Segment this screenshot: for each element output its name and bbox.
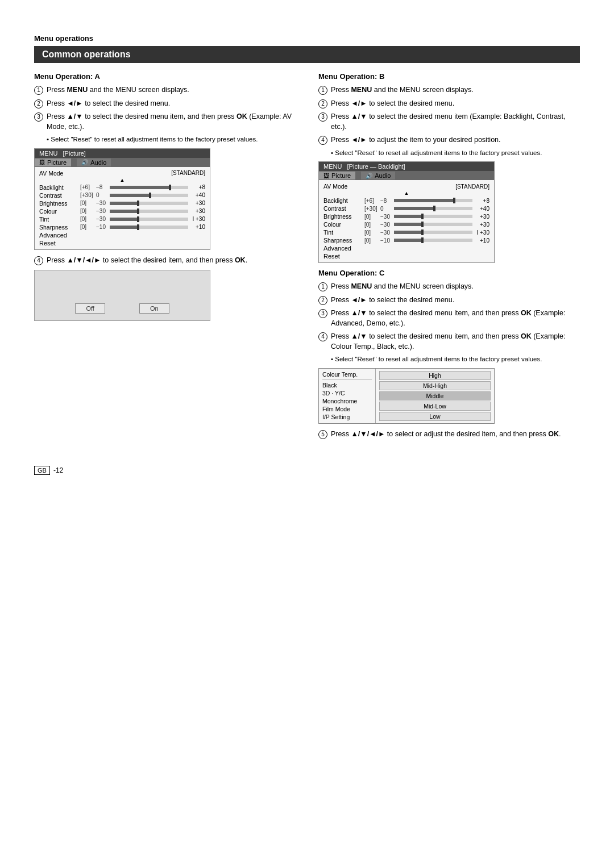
step-text-c2: Press ◄/► to select the desired menu.: [331, 295, 580, 306]
menu-b-row-backlight: Backlight [+6] −8 +8: [323, 197, 489, 205]
menu-a-row-reset: Reset: [39, 239, 205, 247]
step-a-3: 3 Press ▲/▼ to select the desired menu i…: [34, 112, 296, 132]
menu-b-row-contrast: Contrast [+30] 0 +40: [323, 205, 489, 212]
menu-op-a-steps: 1 Press MENU and the MENU screen display…: [34, 85, 296, 132]
offon-box: Off On: [34, 270, 210, 321]
step-num-b3: 3: [318, 112, 327, 122]
step-text-b3: Press ▲/▼ to select the desired menu ite…: [331, 112, 580, 132]
step-text-c3: Press ▲/▼ to select the desired menu ite…: [331, 308, 580, 328]
right-column: Menu Operation: B 1 Press MENU and the M…: [318, 72, 580, 443]
menu-a-screenshot: MENU [Picture] 🖼 Picture 🔊 Audio AV Mode…: [34, 148, 210, 250]
menu-b-title: MENU [Picture — Backlight]: [323, 163, 405, 170]
menu-b-tab-audio: 🔊 Audio: [361, 172, 395, 180]
step-a-1: 1 Press MENU and the MENU screen display…: [34, 85, 296, 95]
colour-item-mono: Monochrome: [322, 397, 372, 405]
common-ops-title: Common operations: [34, 46, 580, 63]
step-text-b1: Press MENU and the MENU screen displays.: [331, 85, 580, 95]
menu-a-row-tint: Tint [0] −30 I +30: [39, 215, 205, 223]
menu-a-row-colour: Colour [0] −30 +30: [39, 207, 205, 215]
menu-a-tab-picture: 🖼 Picture: [35, 158, 71, 166]
step-num-c5: 5: [318, 430, 327, 439]
menu-op-a-title: Menu Operation: A: [34, 72, 296, 81]
colour-menu-title: Colour Temp.: [322, 371, 372, 379]
menu-op-b-title: Menu Operation: B: [318, 72, 580, 81]
step-a-4: 4 Press ▲/▼/◄/► to select the desired it…: [34, 256, 296, 266]
colour-menu-left: Colour Temp. Black 3D · Y/C Monochrome F…: [319, 369, 376, 423]
step-text-a3: Press ▲/▼ to select the desired menu ite…: [47, 112, 296, 132]
menu-b-row-avmode: AV Mode [STANDARD]: [323, 182, 489, 190]
bullet-note-b: Select "Reset" to reset all adjustment i…: [331, 149, 580, 157]
step-num-a1: 1: [34, 86, 43, 95]
step-b-3: 3 Press ▲/▼ to select the desired menu i…: [318, 112, 580, 132]
page-footer: GB -12: [34, 466, 580, 475]
step-b-4: 4 Press ◄/► to adjust the item to your d…: [318, 135, 580, 145]
step-c-2: 2 Press ◄/► to select the desired menu.: [318, 295, 580, 306]
step-num-a2: 2: [34, 99, 43, 108]
menu-op-b-steps: 1 Press MENU and the MENU screen display…: [318, 85, 580, 145]
menu-b-row-advanced: Advanced: [323, 244, 489, 252]
menu-b-title-bar: MENU [Picture — Backlight]: [319, 162, 494, 171]
menu-op-c-title: Menu Operation: C: [318, 269, 580, 277]
step-text-c1: Press MENU and the MENU screen displays.: [331, 282, 580, 292]
menu-op-c-step5: 5 Press ▲/▼/◄/► to select or adjust the …: [318, 429, 580, 440]
on-button[interactable]: On: [139, 303, 169, 314]
colour-opt-midlow: Mid-Low: [379, 402, 491, 411]
menu-a-row-advanced: Advanced: [39, 231, 205, 239]
step-text-a1: Press MENU and the MENU screen displays.: [47, 85, 296, 95]
colour-menu-right: High Mid-High Middle Mid-Low Low: [376, 369, 494, 423]
step-text-b4: Press ◄/► to adjust the item to your des…: [331, 135, 580, 145]
step-a-2: 2 Press ◄/► to select the desired menu.: [34, 99, 296, 109]
menu-a-row-contrast: Contrast [+30] 0 +40: [39, 191, 205, 199]
menu-b-screenshot: MENU [Picture — Backlight] 🖼 Picture 🔊 A…: [318, 161, 495, 263]
menu-a-row-sharpness: Sharpness [0] −10 +10: [39, 223, 205, 231]
two-column-layout: Menu Operation: A 1 Press MENU and the M…: [34, 72, 580, 443]
step-num-b4: 4: [318, 136, 327, 145]
step-text-b2: Press ◄/► to select the desired menu.: [331, 99, 580, 109]
step-text-a4: Press ▲/▼/◄/► to select the desired item…: [47, 256, 296, 266]
step-num-a4: 4: [34, 256, 43, 265]
step-c-3: 3 Press ▲/▼ to select the desired menu i…: [318, 308, 580, 328]
step-num-c1: 1: [318, 282, 327, 291]
menu-b-row-brightness: Brightness [0] −30 +30: [323, 212, 489, 220]
colour-item-3dyc: 3D · Y/C: [322, 389, 372, 397]
colour-opt-middle: Middle: [379, 391, 491, 400]
colour-opt-low: Low: [379, 412, 491, 421]
step-num-b1: 1: [318, 86, 327, 95]
menu-a-rows: AV Mode [STANDARD] ▲ Backlight [+6] −8 +…: [35, 167, 210, 249]
step-num-c3: 3: [318, 309, 327, 318]
step-text-c5: Press ▲/▼/◄/► to select or adjust the de…: [331, 429, 580, 440]
colour-opt-high: High: [379, 371, 491, 380]
gb-badge: GB: [34, 466, 50, 475]
page-number: -12: [53, 466, 63, 474]
colour-item-ip: I/P Setting: [322, 413, 372, 421]
step-c-1: 1 Press MENU and the MENU screen display…: [318, 282, 580, 292]
menu-op-a-step4: 4 Press ▲/▼/◄/► to select the desired it…: [34, 256, 296, 266]
menu-b-row-tint: Tint [0] −30 I +30: [323, 228, 489, 236]
colour-item-film: Film Mode: [322, 405, 372, 413]
step-num-b2: 2: [318, 99, 327, 108]
menu-a-row-brightness: Brightness [0] −30 +30: [39, 199, 205, 207]
step-text-c4: Press ▲/▼ to select the desired menu ite…: [331, 332, 580, 352]
section-header: Menu operations: [34, 34, 580, 43]
off-button[interactable]: Off: [75, 303, 105, 314]
menu-a-row-backlight: Backlight [+6] −8 +8: [39, 183, 205, 191]
step-text-a2: Press ◄/► to select the desired menu.: [47, 99, 296, 109]
menu-a-row-avmode: AV Mode [STANDARD]: [39, 169, 205, 177]
left-column: Menu Operation: A 1 Press MENU and the M…: [34, 72, 296, 443]
step-num-a3: 3: [34, 112, 43, 122]
menu-a-tab-audio: 🔊 Audio: [77, 158, 111, 166]
page: Menu operations Common operations Menu O…: [0, 0, 614, 498]
menu-b-tab-picture: 🖼 Picture: [319, 172, 355, 180]
bullet-note-a: Select "Reset" to reset all adjustment i…: [47, 135, 296, 144]
menu-op-c-steps: 1 Press MENU and the MENU screen display…: [318, 282, 580, 352]
bullet-note-c: Select "Reset" to reset all adjustment i…: [331, 355, 580, 364]
menu-b-rows: AV Mode [STANDARD] ▲ Backlight [+6] −8 +…: [319, 180, 494, 262]
menu-b-row-reset: Reset: [323, 252, 489, 260]
step-num-c2: 2: [318, 296, 327, 305]
colour-temp-menu: Colour Temp. Black 3D · Y/C Monochrome F…: [318, 368, 495, 424]
step-c-4: 4 Press ▲/▼ to select the desired menu i…: [318, 332, 580, 352]
step-b-2: 2 Press ◄/► to select the desired menu.: [318, 99, 580, 109]
menu-a-title: MENU [Picture]: [39, 150, 86, 157]
step-num-c4: 4: [318, 332, 327, 341]
step-c-5: 5 Press ▲/▼/◄/► to select or adjust the …: [318, 429, 580, 440]
